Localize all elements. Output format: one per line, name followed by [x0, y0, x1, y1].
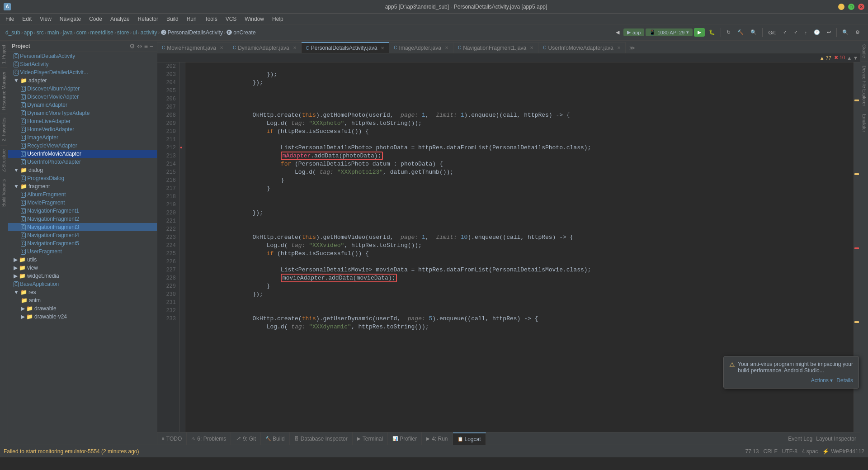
build-button[interactable]: 🔨: [735, 28, 746, 37]
tree-item-discoveralbumadpter[interactable]: C DiscoverAlbumAdpter: [8, 85, 157, 93]
tree-item-baseapplication[interactable]: C BaseApplication: [8, 280, 157, 288]
vcs-history[interactable]: 🕐: [811, 28, 823, 37]
structure-tab[interactable]: Z-Structure: [0, 145, 7, 176]
tree-item-videoplayerdetailed[interactable]: C VideoPlayerDetailedActivit...: [8, 68, 157, 76]
tab-dynamicadapter[interactable]: C DynamicAdapter.java ✕: [228, 42, 302, 53]
breadcrumb-store[interactable]: store: [117, 29, 129, 36]
tree-item-drawable-folder[interactable]: ▶ 📁 drawable: [8, 304, 157, 313]
tab-userinfomovieadapter[interactable]: C UserInfoMovieAdapter.java ✕: [538, 42, 625, 53]
tab-moviefragment[interactable]: C MovieFragment.java ✕: [157, 42, 228, 53]
tab-todo[interactable]: ≡ TODO: [157, 432, 187, 445]
tree-item-discovermoviewadpter[interactable]: C DiscoverMovieAdpter: [8, 93, 157, 101]
close-navfrag1[interactable]: ✕: [530, 45, 533, 50]
menu-code[interactable]: Code: [85, 15, 106, 23]
tree-item-startactivity[interactable]: C StartActivity: [8, 60, 157, 68]
tab-imageadpter[interactable]: C ImageAdpter.java ✕: [389, 42, 453, 53]
tree-item-adapter-folder[interactable]: ▼ 📁 adapter: [8, 76, 157, 85]
close-dynamicadapter[interactable]: ✕: [293, 45, 297, 50]
sidebar-gear-btn[interactable]: ≡: [144, 43, 148, 50]
breadcrumb-java[interactable]: java: [63, 29, 73, 36]
sidebar-config-btn[interactable]: ⚙: [129, 43, 135, 50]
tree-item-homevedioAdapter[interactable]: C HomeVedioAdapter: [8, 125, 157, 133]
breadcrumb-main[interactable]: main: [47, 29, 59, 36]
menu-run[interactable]: Run: [183, 15, 200, 23]
tree-item-dialog-folder[interactable]: ▼ 📁 dialog: [8, 166, 157, 174]
actions-button[interactable]: Actions ▾: [811, 377, 833, 384]
minimize-button[interactable]: ─: [838, 4, 844, 10]
tab-navfrag1[interactable]: C NavigationFragment1.java ✕: [453, 42, 538, 53]
vcs-update[interactable]: ✓: [780, 28, 790, 37]
breadcrumb-ui[interactable]: ui: [132, 29, 137, 36]
breadcrumb-class[interactable]: 🅒 PersonalDetailsActivity: [161, 29, 223, 36]
git-button[interactable]: Git:: [765, 28, 778, 37]
tree-item-navfrag2[interactable]: C NavigationFragment2: [8, 215, 157, 223]
maximize-button[interactable]: □: [848, 4, 854, 10]
menu-build[interactable]: Build: [163, 15, 182, 23]
close-imageadpter[interactable]: ✕: [445, 45, 448, 50]
more-tabs-button[interactable]: ≫: [626, 43, 639, 53]
tab-personaldetailsactivity[interactable]: C PersonalDetailsActivity.java ✕: [302, 42, 390, 53]
tab-profiler[interactable]: 📊 Profiler: [388, 432, 422, 445]
tree-item-dynamicadapter[interactable]: C DynamicAdapter: [8, 101, 157, 109]
error-count[interactable]: ✖ 10: [834, 55, 845, 61]
close-userinfomovie[interactable]: ✕: [617, 45, 621, 50]
build-variants-tab[interactable]: Build Variants: [0, 176, 7, 210]
tree-item-utils-folder[interactable]: ▶ 📁 utils: [8, 256, 157, 264]
cursor-position[interactable]: 77:13: [745, 448, 759, 455]
resource-manager-tab[interactable]: Resource Manager: [0, 67, 7, 114]
menu-help[interactable]: Help: [269, 15, 287, 23]
run-config[interactable]: ▶ app: [623, 28, 644, 36]
tab-logcat[interactable]: 📋 Logcat: [453, 432, 486, 445]
breadcrumb-meetdilse[interactable]: meetdilse: [90, 29, 113, 36]
tree-item-navfrag3[interactable]: C NavigationFragment3: [8, 223, 157, 231]
favorites-tab[interactable]: 2: Favorites: [0, 114, 7, 145]
tree-item-progressdialog[interactable]: C ProgressDialog: [8, 174, 157, 182]
tree-item-view-folder[interactable]: ▶ 📁 view: [8, 264, 157, 272]
tree-item-drawable-v24-folder[interactable]: ▶ 📁 drawable-v24: [8, 313, 157, 321]
breadcrumb-d_sub[interactable]: d_sub: [5, 29, 20, 36]
tab-terminal[interactable]: ▶ Terminal: [353, 432, 388, 445]
sync-button[interactable]: ↻: [724, 28, 733, 37]
menu-tools[interactable]: Tools: [201, 15, 221, 23]
back-button[interactable]: ◀: [613, 28, 622, 37]
analyze-button[interactable]: 🔍: [748, 28, 760, 37]
tree-item-albumfragment[interactable]: C AlbumFragment: [8, 190, 157, 199]
tree-item-moviefragment[interactable]: C MovieFragment: [8, 199, 157, 207]
tree-item-navfrag1[interactable]: C NavigationFragment1: [8, 207, 157, 215]
debug-button[interactable]: 🐛: [706, 28, 718, 37]
tree-item-navfrag5[interactable]: C NavigationFragment5: [8, 239, 157, 247]
tab-git[interactable]: ⎇ 9: Git: [231, 432, 261, 445]
breadcrumb-app[interactable]: app: [24, 29, 33, 36]
tab-build[interactable]: 🔨 Build: [261, 432, 290, 445]
tree-item-userinfomovieadapter[interactable]: C UserInfoMovieAdapter: [8, 150, 157, 158]
tree-item-userinfophotoadapter[interactable]: C UserInfoPhotoAdapter: [8, 158, 157, 166]
tree-item-homeliveadapter[interactable]: C HomeLiveAdapter: [8, 117, 157, 125]
vcs-commit[interactable]: ✓: [791, 28, 801, 37]
vcs-push[interactable]: ↑: [802, 28, 810, 37]
menu-vcs[interactable]: VCS: [222, 15, 241, 23]
menu-file[interactable]: File: [2, 15, 18, 23]
tab-database-inspector[interactable]: 🗄 Database Inspector: [290, 432, 353, 445]
vcs-revert[interactable]: ↩: [824, 28, 834, 37]
close-moviefragment[interactable]: ✕: [220, 45, 223, 50]
event-log-tab[interactable]: Event Log: [788, 436, 812, 442]
menu-analyze[interactable]: Analyze: [107, 15, 133, 23]
indent-setting[interactable]: 4 spac: [802, 448, 818, 455]
gradle-tab[interactable]: Gradle: [861, 41, 868, 62]
line-endings[interactable]: CRLF: [763, 448, 777, 455]
details-button[interactable]: Details: [836, 377, 853, 384]
close-personaldetails[interactable]: ✕: [381, 46, 384, 51]
tree-item-recycleviewadapter[interactable]: C RecycleViewAdapter: [8, 142, 157, 150]
tree-item-navfrag4[interactable]: C NavigationFragment4: [8, 231, 157, 239]
sidebar-expand-btn[interactable]: ⇔: [137, 43, 142, 50]
tree-item-imageadpter[interactable]: C ImageAdpter: [8, 133, 157, 142]
menu-refactor[interactable]: Refactor: [134, 15, 162, 23]
tree-item-res-folder[interactable]: ▼ 📁 res: [8, 288, 157, 296]
charset[interactable]: UTF-8: [782, 448, 797, 455]
breadcrumb-com[interactable]: com: [76, 29, 87, 36]
device-selector[interactable]: 📱 1080 API 29 ▾: [646, 28, 693, 36]
menu-window[interactable]: Window: [241, 15, 268, 23]
tree-item-userfragment[interactable]: C UserFragment: [8, 247, 157, 256]
tab-problems[interactable]: ⚠ 6: Problems: [187, 432, 231, 445]
device-file-explorer-tab[interactable]: Device File Explorer: [861, 62, 868, 110]
